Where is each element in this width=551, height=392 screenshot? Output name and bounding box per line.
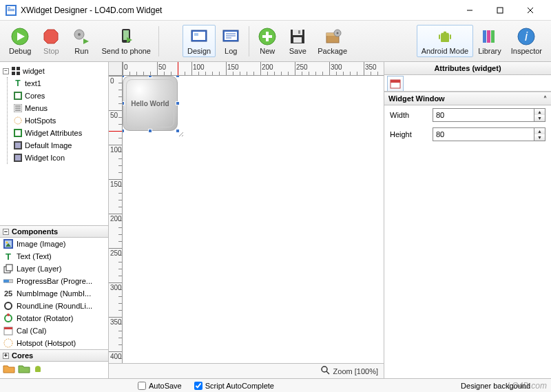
new-button[interactable]: New: [252, 25, 282, 57]
svg-point-81: [322, 367, 327, 372]
package-icon: [323, 27, 342, 46]
widget-preview[interactable]: Hello World: [123, 76, 178, 131]
library-button[interactable]: Library: [473, 25, 506, 57]
height-input[interactable]: [433, 127, 534, 141]
height-spinner[interactable]: ▲▼: [534, 127, 545, 141]
height-label: Height: [390, 130, 427, 138]
svg-rect-52: [15, 93, 21, 99]
width-label: Width: [390, 111, 427, 119]
svg-point-38: [442, 32, 444, 33]
android-mode-button[interactable]: Android Mode: [417, 25, 474, 57]
svg-rect-60: [15, 143, 21, 148]
zoom-label[interactable]: Zoom [100%]: [333, 367, 378, 375]
folder-orange-icon[interactable]: [3, 364, 15, 376]
log-button[interactable]: Log: [216, 25, 246, 57]
canvas[interactable]: Hello World: [123, 76, 384, 363]
calendar-icon: [3, 325, 14, 336]
svg-rect-42: [483, 30, 486, 43]
svg-rect-3: [8, 9, 14, 10]
tree-node-widget-attributes[interactable]: Widget Attributes: [13, 127, 105, 139]
tree-node-widget[interactable]: −widget: [3, 65, 105, 77]
svg-rect-37: [441, 34, 449, 42]
minimize-button[interactable]: [455, 1, 485, 20]
svg-rect-75: [4, 327, 12, 329]
inspector-button[interactable]: i Inspector: [506, 25, 547, 57]
hotspot-icon: [13, 116, 23, 125]
calendar-tab-icon: [390, 79, 401, 89]
tree-node-hotspots[interactable]: HotSpots: [13, 114, 105, 127]
component-numbimage[interactable]: 25NumbImage (NumbI...: [0, 287, 108, 300]
svg-rect-43: [487, 30, 490, 43]
zoom-icon[interactable]: [321, 366, 331, 377]
svg-point-76: [4, 339, 12, 347]
close-button[interactable]: [515, 1, 545, 20]
designer-background-link[interactable]: Designer backgound: [461, 382, 530, 390]
layer-icon: [3, 263, 14, 274]
width-input[interactable]: [433, 108, 534, 122]
debug-button[interactable]: Debug: [4, 25, 36, 57]
attributes-tabs: [384, 75, 551, 92]
resize-grip-icon[interactable]: [176, 130, 183, 136]
svg-rect-84: [391, 80, 400, 83]
send-to-phone-button[interactable]: Send to phone: [96, 25, 156, 57]
autocomplete-checkbox[interactable]: Script AutoComplete: [194, 382, 274, 390]
svg-rect-30: [293, 30, 302, 35]
autosave-checkbox[interactable]: AutoSave: [138, 382, 182, 390]
svg-point-65: [6, 242, 8, 244]
svg-rect-41: [450, 34, 451, 39]
roundline-icon: [3, 300, 14, 311]
tree-node-menus[interactable]: Menus: [13, 102, 105, 114]
stop-button[interactable]: Stop: [36, 25, 66, 57]
package-button[interactable]: Package: [313, 25, 352, 57]
play-green-icon: [10, 27, 30, 46]
cores-header[interactable]: +Cores: [0, 349, 108, 362]
design-icon: [189, 27, 209, 46]
tree-node-widget-icon[interactable]: Widget Icon: [13, 152, 105, 164]
android-small-icon[interactable]: [33, 364, 43, 376]
component-roundline[interactable]: RoundLine (RoundLi...: [0, 300, 108, 312]
status-bar: AutoSave Script AutoComplete Designer ba…: [0, 378, 551, 392]
folder-green-icon[interactable]: [18, 364, 30, 376]
component-rotator[interactable]: Rotator (Rotator): [0, 312, 108, 324]
svg-marker-14: [83, 39, 89, 44]
svg-point-13: [78, 33, 81, 36]
component-cal[interactable]: Cal (Cal): [0, 324, 108, 337]
component-text[interactable]: TText (Text): [0, 250, 108, 262]
design-button[interactable]: Design: [183, 25, 216, 57]
run-button[interactable]: Run: [66, 25, 96, 57]
svg-rect-47: [12, 67, 15, 70]
attributes-panel: Attributes (widget) Widget Window ˄ Widt…: [384, 62, 551, 378]
tree-node-cores[interactable]: Cores: [13, 90, 105, 102]
component-layer[interactable]: Layer (Layer): [0, 262, 108, 275]
ruler-corner: [109, 62, 123, 76]
svg-point-71: [5, 302, 12, 309]
window-title: XWidget Designer - LO4D.com Widget: [21, 6, 455, 15]
svg-rect-70: [3, 280, 9, 282]
component-hotspot[interactable]: Hotspot (Hotspot): [0, 337, 108, 349]
log-icon: [221, 27, 240, 46]
width-spinner[interactable]: ▲▼: [534, 108, 545, 122]
save-button[interactable]: Save: [282, 25, 313, 57]
info-icon: i: [517, 27, 536, 46]
component-progressbar[interactable]: ProgressBar (Progre...: [0, 275, 108, 287]
svg-rect-40: [439, 34, 440, 39]
tree-node-default-image[interactable]: Default Image: [13, 139, 105, 152]
android-icon: [435, 27, 455, 46]
component-image[interactable]: Image (Image): [0, 238, 108, 250]
components-list: Image (Image) TText (Text) Layer (Layer)…: [0, 238, 108, 349]
attributes-tab-widget[interactable]: [387, 76, 404, 91]
svg-rect-32: [298, 30, 300, 34]
maximize-button[interactable]: [485, 1, 515, 20]
components-header[interactable]: −Components: [0, 225, 108, 238]
preview-text: Hello World: [131, 100, 169, 107]
tree-node-text1[interactable]: Ttext1: [13, 77, 105, 90]
ruler-horizontal: 050100150200250300350400: [123, 62, 384, 76]
cores-body: [0, 362, 108, 378]
menu-icon: [13, 103, 23, 113]
svg-rect-6: [497, 8, 503, 13]
text-t-icon: T: [13, 79, 23, 88]
svg-point-36: [336, 32, 338, 34]
svg-line-82: [326, 371, 329, 374]
section-widget-window[interactable]: Widget Window ˄: [384, 92, 551, 105]
svg-rect-50: [17, 72, 20, 75]
